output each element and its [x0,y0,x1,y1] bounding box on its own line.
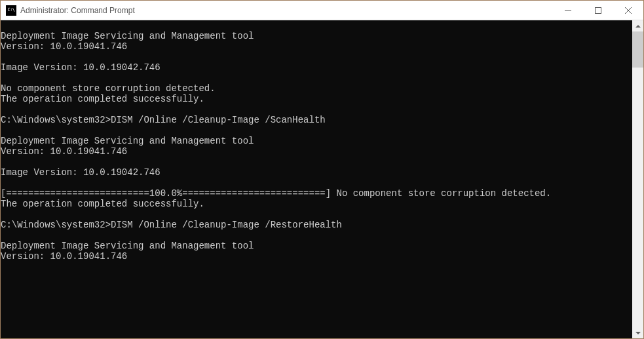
minimize-icon [565,7,571,14]
console-line [1,73,632,83]
console-line [1,20,632,31]
console-line: C:\Windows\system32>DISM /Online /Cleanu… [1,220,632,230]
console-line: Deployment Image Servicing and Managemen… [1,241,632,251]
console-line: Version: 10.0.19041.746 [1,41,632,52]
console-line [1,52,632,62]
console-line [1,157,632,167]
cmd-icon: C:\ [6,5,16,16]
console-line: [==========================100.0%=======… [1,188,632,199]
console-line: C:\Windows\system32>DISM /Online /Cleanu… [1,115,632,125]
console-line [1,230,632,241]
console-area: Deployment Image Servicing and Managemen… [1,20,643,338]
vertical-scrollbar[interactable] [632,20,643,338]
close-icon [625,7,632,14]
console-line: Deployment Image Servicing and Managemen… [1,136,632,146]
console-line [1,178,632,188]
maximize-icon [595,7,601,14]
scroll-thumb[interactable] [632,31,643,68]
console-output[interactable]: Deployment Image Servicing and Managemen… [1,20,632,338]
window-title: Administrator: Command Prompt [20,6,553,15]
maximize-button[interactable] [583,1,613,20]
console-line: Version: 10.0.19041.746 [1,146,632,157]
console-line: Image Version: 10.0.19042.746 [1,62,632,73]
scroll-up-button[interactable] [632,20,643,31]
console-line [1,125,632,136]
console-line: The operation completed successfully. [1,94,632,104]
console-line: Image Version: 10.0.19042.746 [1,167,632,178]
console-line: No component store corruption detected. [1,83,632,94]
close-button[interactable] [613,1,643,20]
titlebar[interactable]: C:\ Administrator: Command Prompt [1,1,643,20]
cmd-icon-label: C:\ [7,8,14,12]
minimize-button[interactable] [553,1,583,20]
console-line [1,104,632,115]
window-controls [553,1,643,20]
command-prompt-window: C:\ Administrator: Command Prompt Deploy… [0,0,644,339]
svg-rect-1 [596,7,601,13]
console-line: The operation completed successfully. [1,199,632,209]
console-line: Deployment Image Servicing and Managemen… [1,31,632,41]
console-line [1,209,632,220]
console-line: Version: 10.0.19041.746 [1,251,632,262]
scroll-down-button[interactable] [632,327,643,338]
